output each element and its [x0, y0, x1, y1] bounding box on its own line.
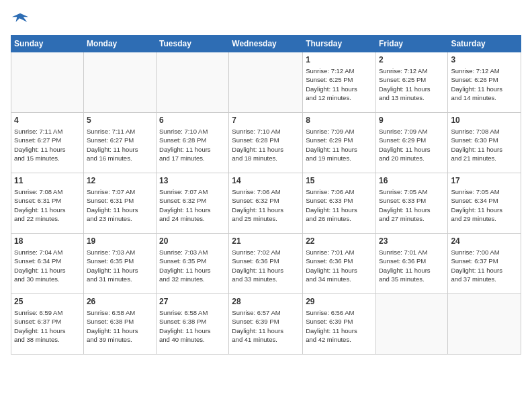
calendar-cell: 23Sunrise: 7:01 AM Sunset: 6:36 PM Dayli…: [375, 234, 447, 294]
page-header: [11, 11, 521, 30]
day-number: 23: [379, 236, 445, 246]
day-number: 16: [379, 176, 445, 185]
calendar-cell: 8Sunrise: 7:09 AM Sunset: 6:29 PM Daylig…: [303, 113, 376, 173]
day-info: Sunrise: 7:09 AM Sunset: 6:29 PM Dayligh…: [306, 127, 373, 163]
week-row-2: 11Sunrise: 7:08 AM Sunset: 6:31 PM Dayli…: [11, 173, 521, 234]
day-info: Sunrise: 7:05 AM Sunset: 6:33 PM Dayligh…: [379, 187, 445, 223]
column-header-friday: Friday: [375, 36, 447, 52]
day-info: Sunrise: 7:08 AM Sunset: 6:31 PM Dayligh…: [14, 187, 81, 223]
day-number: 13: [159, 176, 226, 185]
logo-bird-icon: [11, 11, 30, 30]
day-number: 27: [159, 297, 226, 306]
calendar-cell: 9Sunrise: 7:09 AM Sunset: 6:29 PM Daylig…: [375, 113, 447, 173]
week-row-3: 18Sunrise: 7:04 AM Sunset: 6:34 PM Dayli…: [11, 234, 521, 294]
calendar-cell: 3Sunrise: 7:12 AM Sunset: 6:26 PM Daylig…: [448, 52, 521, 113]
calendar-cell: 25Sunrise: 6:59 AM Sunset: 6:37 PM Dayli…: [11, 294, 84, 355]
day-number: 11: [14, 176, 81, 185]
day-number: 1: [306, 55, 373, 64]
day-info: Sunrise: 7:12 AM Sunset: 6:25 PM Dayligh…: [306, 66, 373, 102]
calendar-table: SundayMondayTuesdayWednesdayThursdayFrid…: [11, 35, 521, 355]
day-info: Sunrise: 7:10 AM Sunset: 6:28 PM Dayligh…: [232, 127, 300, 163]
day-number: 7: [232, 116, 300, 125]
calendar-cell: 11Sunrise: 7:08 AM Sunset: 6:31 PM Dayli…: [11, 173, 84, 234]
day-number: 6: [159, 116, 226, 125]
day-info: Sunrise: 7:03 AM Sunset: 6:35 PM Dayligh…: [87, 248, 153, 283]
day-number: 19: [87, 236, 153, 246]
day-info: Sunrise: 6:59 AM Sunset: 6:37 PM Dayligh…: [14, 308, 81, 344]
day-number: 22: [306, 236, 373, 246]
day-number: 15: [306, 176, 373, 185]
day-number: 10: [451, 116, 518, 125]
day-info: Sunrise: 7:06 AM Sunset: 6:33 PM Dayligh…: [306, 187, 373, 223]
calendar-cell: 20Sunrise: 7:03 AM Sunset: 6:35 PM Dayli…: [157, 234, 229, 294]
calendar-cell: 28Sunrise: 6:57 AM Sunset: 6:39 PM Dayli…: [229, 294, 303, 355]
calendar-cell: 13Sunrise: 7:07 AM Sunset: 6:32 PM Dayli…: [157, 173, 229, 234]
day-info: Sunrise: 6:58 AM Sunset: 6:38 PM Dayligh…: [159, 308, 226, 344]
day-info: Sunrise: 6:58 AM Sunset: 6:38 PM Dayligh…: [87, 308, 153, 344]
day-info: Sunrise: 7:12 AM Sunset: 6:25 PM Dayligh…: [379, 66, 445, 102]
day-number: 21: [232, 236, 300, 246]
day-number: 26: [87, 297, 153, 306]
calendar-cell: 29Sunrise: 6:56 AM Sunset: 6:39 PM Dayli…: [303, 294, 376, 355]
calendar-header-row: SundayMondayTuesdayWednesdayThursdayFrid…: [11, 36, 521, 52]
day-number: 5: [87, 116, 153, 125]
calendar-cell: 21Sunrise: 7:02 AM Sunset: 6:36 PM Dayli…: [229, 234, 303, 294]
day-number: 9: [379, 116, 445, 125]
day-number: 14: [232, 176, 300, 185]
calendar-cell: 27Sunrise: 6:58 AM Sunset: 6:38 PM Dayli…: [157, 294, 229, 355]
column-header-thursday: Thursday: [303, 36, 376, 52]
day-info: Sunrise: 7:03 AM Sunset: 6:35 PM Dayligh…: [159, 248, 226, 283]
calendar-cell: 10Sunrise: 7:08 AM Sunset: 6:30 PM Dayli…: [448, 113, 521, 173]
day-info: Sunrise: 7:07 AM Sunset: 6:31 PM Dayligh…: [87, 187, 153, 223]
day-number: 18: [14, 236, 81, 246]
week-row-1: 4Sunrise: 7:11 AM Sunset: 6:27 PM Daylig…: [11, 113, 521, 173]
week-row-0: 1Sunrise: 7:12 AM Sunset: 6:25 PM Daylig…: [11, 52, 521, 113]
day-info: Sunrise: 7:00 AM Sunset: 6:37 PM Dayligh…: [451, 248, 518, 283]
day-info: Sunrise: 7:08 AM Sunset: 6:30 PM Dayligh…: [451, 127, 518, 163]
day-info: Sunrise: 6:56 AM Sunset: 6:39 PM Dayligh…: [306, 308, 373, 344]
day-info: Sunrise: 7:12 AM Sunset: 6:26 PM Dayligh…: [451, 66, 518, 102]
day-info: Sunrise: 7:11 AM Sunset: 6:27 PM Dayligh…: [87, 127, 153, 163]
day-info: Sunrise: 7:01 AM Sunset: 6:36 PM Dayligh…: [306, 248, 373, 283]
day-number: 20: [159, 236, 226, 246]
calendar-cell: [375, 294, 447, 355]
day-info: Sunrise: 7:07 AM Sunset: 6:32 PM Dayligh…: [159, 187, 226, 223]
calendar-body: 1Sunrise: 7:12 AM Sunset: 6:25 PM Daylig…: [11, 52, 521, 355]
calendar-cell: [11, 52, 84, 113]
day-info: Sunrise: 7:09 AM Sunset: 6:29 PM Dayligh…: [379, 127, 445, 163]
day-info: Sunrise: 7:10 AM Sunset: 6:28 PM Dayligh…: [159, 127, 226, 163]
calendar-cell: [157, 52, 229, 113]
week-row-4: 25Sunrise: 6:59 AM Sunset: 6:37 PM Dayli…: [11, 294, 521, 355]
day-number: 12: [87, 176, 153, 185]
calendar-cell: [83, 52, 156, 113]
calendar-cell: 4Sunrise: 7:11 AM Sunset: 6:27 PM Daylig…: [11, 113, 84, 173]
day-number: 25: [14, 297, 81, 306]
calendar-cell: 24Sunrise: 7:00 AM Sunset: 6:37 PM Dayli…: [448, 234, 521, 294]
calendar-cell: 7Sunrise: 7:10 AM Sunset: 6:28 PM Daylig…: [229, 113, 303, 173]
calendar-cell: 18Sunrise: 7:04 AM Sunset: 6:34 PM Dayli…: [11, 234, 84, 294]
day-number: 4: [14, 116, 81, 125]
calendar-cell: 6Sunrise: 7:10 AM Sunset: 6:28 PM Daylig…: [157, 113, 229, 173]
day-info: Sunrise: 7:05 AM Sunset: 6:34 PM Dayligh…: [451, 187, 518, 223]
day-info: Sunrise: 7:04 AM Sunset: 6:34 PM Dayligh…: [14, 248, 81, 283]
day-info: Sunrise: 7:11 AM Sunset: 6:27 PM Dayligh…: [14, 127, 81, 163]
calendar-cell: 19Sunrise: 7:03 AM Sunset: 6:35 PM Dayli…: [83, 234, 156, 294]
day-number: 17: [451, 176, 518, 185]
calendar-cell: [448, 294, 521, 355]
day-info: Sunrise: 7:06 AM Sunset: 6:32 PM Dayligh…: [232, 187, 300, 223]
calendar-cell: 22Sunrise: 7:01 AM Sunset: 6:36 PM Dayli…: [303, 234, 376, 294]
calendar-cell: 17Sunrise: 7:05 AM Sunset: 6:34 PM Dayli…: [448, 173, 521, 234]
day-info: Sunrise: 7:02 AM Sunset: 6:36 PM Dayligh…: [232, 248, 300, 283]
calendar-cell: 2Sunrise: 7:12 AM Sunset: 6:25 PM Daylig…: [375, 52, 447, 113]
column-header-wednesday: Wednesday: [229, 36, 303, 52]
column-header-tuesday: Tuesday: [157, 36, 229, 52]
calendar-cell: 15Sunrise: 7:06 AM Sunset: 6:33 PM Dayli…: [303, 173, 376, 234]
day-number: 29: [306, 297, 373, 306]
logo: [11, 11, 32, 30]
column-header-saturday: Saturday: [448, 36, 521, 52]
day-info: Sunrise: 7:01 AM Sunset: 6:36 PM Dayligh…: [379, 248, 445, 283]
day-info: Sunrise: 6:57 AM Sunset: 6:39 PM Dayligh…: [232, 308, 300, 344]
calendar-cell: 5Sunrise: 7:11 AM Sunset: 6:27 PM Daylig…: [83, 113, 156, 173]
column-header-sunday: Sunday: [11, 36, 84, 52]
day-number: 2: [379, 55, 445, 64]
